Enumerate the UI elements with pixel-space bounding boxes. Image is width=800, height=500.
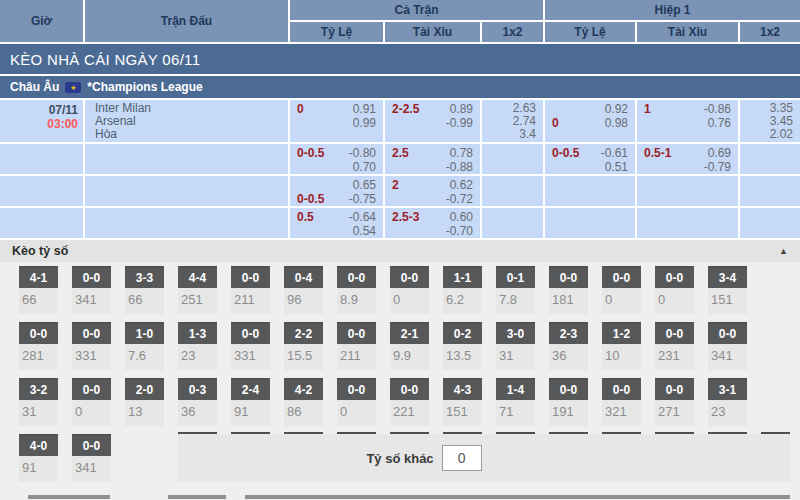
score-odds-cell[interactable]: 4-091: [19, 434, 58, 482]
score-odds-cell[interactable]: 1-323: [178, 322, 217, 370]
score-odds-cell[interactable]: 2-19.9: [390, 322, 429, 370]
score-odds-cell[interactable]: 0-0321: [602, 378, 641, 426]
full-1x2-cell[interactable]: [482, 208, 543, 238]
score-odds-cell[interactable]: 1-210: [602, 322, 641, 370]
half-handicap-cell[interactable]: [545, 176, 635, 206]
score-odds-cell[interactable]: 0-496: [284, 266, 323, 314]
empty-score-slot: [125, 434, 164, 482]
full-1x2-cell[interactable]: 2.632.743.4: [482, 100, 543, 142]
score-odds-cell[interactable]: 4-4251: [178, 266, 217, 314]
odds-line: -0.88: [385, 160, 480, 174]
full-handicap-cell[interactable]: 00.910.99: [290, 100, 383, 142]
score-label: 2-3: [549, 324, 588, 344]
score-odds-cell[interactable]: 4-166: [19, 266, 58, 314]
collapse-arrow-icon[interactable]: ▲: [779, 246, 788, 256]
score-label: 0-0: [337, 268, 376, 288]
score-label: 0-0: [655, 268, 694, 288]
score-odds-cell[interactable]: 2-215.5: [284, 322, 323, 370]
score-odds-cell[interactable]: 0-17.8: [496, 266, 535, 314]
score-odds-cell[interactable]: 1-07.6: [125, 322, 164, 370]
score-odds-value: 31: [496, 344, 535, 363]
full-handicap-cell[interactable]: 0-0.5-0.800.70: [290, 144, 383, 174]
score-label: 2-1: [390, 324, 429, 344]
full-handicap-cell[interactable]: 0.5-0.640.54: [290, 208, 383, 238]
score-odds-cell[interactable]: 2-491: [231, 378, 270, 426]
score-odds-cell[interactable]: 0-0341: [708, 322, 747, 370]
half-over-under-cell[interactable]: [637, 176, 738, 206]
score-odds-cell[interactable]: 0-336: [178, 378, 217, 426]
odds-line: 0.5-10.69: [637, 146, 738, 160]
score-odds-cell[interactable]: 3-031: [496, 322, 535, 370]
score-odds-cell[interactable]: 0-00: [602, 266, 641, 314]
score-odds-cell[interactable]: 0-0331: [231, 322, 270, 370]
score-odds-value: 151: [443, 400, 482, 419]
score-label: 0-0: [708, 324, 747, 344]
half-1x2-cell[interactable]: [740, 176, 800, 206]
score-label: 4-4: [178, 268, 217, 288]
score-odds-cell[interactable]: 3-4151: [708, 266, 747, 314]
full-1x2-cell[interactable]: [482, 144, 543, 174]
score-odds-cell[interactable]: 0-0341: [72, 266, 111, 314]
score-label: 2-4: [231, 380, 270, 400]
match-time-cell: [0, 144, 83, 174]
col-header-time: Giờ: [0, 0, 83, 42]
half-over-under-cell[interactable]: 0.5-10.69-0.79: [637, 144, 738, 174]
score-odds-cell[interactable]: 3-123: [708, 378, 747, 426]
full-over-under-cell[interactable]: 2-2.50.89-0.99: [385, 100, 480, 142]
full-over-under-cell[interactable]: 20.62-0.72: [385, 176, 480, 206]
score-odds-cell[interactable]: 0-0331: [72, 322, 111, 370]
score-odds-cell[interactable]: 0-00: [72, 378, 111, 426]
score-odds-cell[interactable]: 3-366: [125, 266, 164, 314]
score-odds-cell[interactable]: 0-0191: [549, 378, 588, 426]
odds-table-header: Giờ Trận Đấu Cả Trận Hiệp 1 Tỷ Lệ Tài Xỉ…: [0, 0, 800, 42]
score-odds-cell[interactable]: 0-213.5: [443, 322, 482, 370]
score-odds-cell[interactable]: 0-0211: [231, 266, 270, 314]
score-odds-cell[interactable]: 2-336: [549, 322, 588, 370]
match-kickoff-time: 03:00: [0, 117, 78, 131]
score-odds-cell[interactable]: 0-08.9: [337, 266, 376, 314]
score-odds-cell[interactable]: 0-0271: [655, 378, 694, 426]
score-odds-cell[interactable]: 0-0221: [390, 378, 429, 426]
half-1x2-cell[interactable]: [740, 208, 800, 238]
score-odds-cell[interactable]: 0-00: [390, 266, 429, 314]
correct-score-section-header[interactable]: Kèo tỷ số ▲: [0, 240, 800, 262]
score-odds-cell[interactable]: 3-231: [19, 378, 58, 426]
half-over-under-cell[interactable]: [637, 208, 738, 238]
score-rows: 4-1660-03413-3664-42510-02110-4960-08.90…: [19, 266, 800, 482]
half-1x2-cell[interactable]: [740, 144, 800, 174]
full-1x2-cell[interactable]: [482, 176, 543, 206]
score-odds-cell[interactable]: 4-286: [284, 378, 323, 426]
score-odds-cell[interactable]: 0-0231: [655, 322, 694, 370]
score-odds-value: 13: [125, 400, 164, 419]
odds-line: 2.5-30.60: [385, 210, 480, 224]
partial-next-row-bar: [168, 495, 226, 499]
score-odds-cell[interactable]: 0-00: [655, 266, 694, 314]
odds-value: 0.65: [353, 178, 376, 192]
score-odds-cell[interactable]: 1-471: [496, 378, 535, 426]
eu-flag-icon: ★: [65, 82, 81, 93]
odds-value: -0.72: [446, 192, 473, 206]
score-label: 0-2: [443, 324, 482, 344]
score-odds-value: 251: [178, 288, 217, 307]
score-odds-cell[interactable]: 1-16.2: [443, 266, 482, 314]
odds-line: 00.91: [290, 102, 383, 116]
odds-line: 00.98: [545, 116, 635, 130]
odds-row: 07/1103:00Inter MilanArsenalHòa00.910.99…: [0, 100, 800, 142]
half-handicap-cell[interactable]: 0.9200.98: [545, 100, 635, 142]
score-odds-cell[interactable]: 2-013: [125, 378, 164, 426]
full-over-under-cell[interactable]: 2.5-30.60-0.70: [385, 208, 480, 238]
score-odds-cell[interactable]: 0-00: [337, 378, 376, 426]
other-score-input[interactable]: [442, 445, 482, 471]
full-handicap-cell[interactable]: 0.650-0.5-0.75: [290, 176, 383, 206]
half-handicap-cell[interactable]: 0-0.5-0.610.51: [545, 144, 635, 174]
score-odds-cell[interactable]: 0-0341: [72, 434, 111, 482]
score-odds-cell[interactable]: 0-0211: [337, 322, 376, 370]
half-handicap-cell[interactable]: [545, 208, 635, 238]
score-odds-cell[interactable]: 0-0181: [549, 266, 588, 314]
score-odds-cell[interactable]: 4-3151: [443, 378, 482, 426]
half-1x2-cell[interactable]: 3.353.452.02: [740, 100, 800, 142]
score-odds-cell[interactable]: 0-0281: [19, 322, 58, 370]
half-over-under-cell[interactable]: 1-0.860.76: [637, 100, 738, 142]
full-over-under-cell[interactable]: 2.50.78-0.88: [385, 144, 480, 174]
score-label: 0-0: [390, 380, 429, 400]
